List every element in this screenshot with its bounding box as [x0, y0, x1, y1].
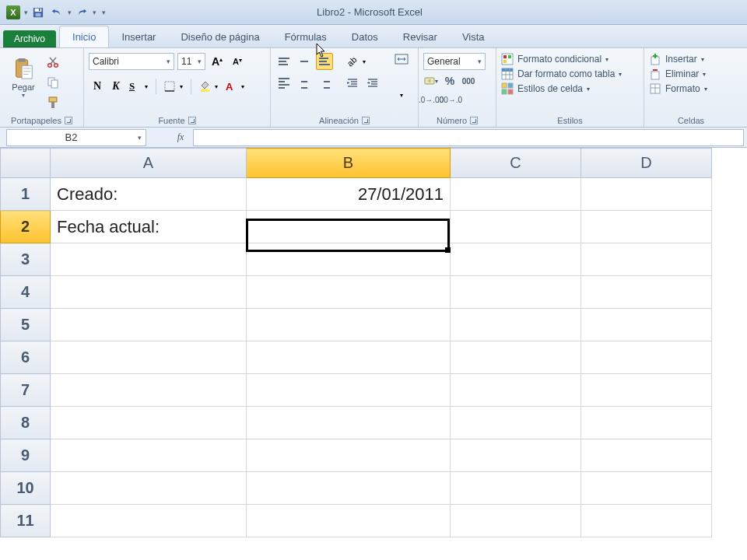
row-header-7[interactable]: 7 — [1, 374, 51, 407]
cell-D6[interactable] — [581, 341, 712, 374]
row-header-1[interactable]: 1 — [1, 178, 51, 211]
font-color-button[interactable]: A▾ — [223, 78, 247, 95]
cell-D10[interactable] — [581, 472, 712, 505]
cell-B5[interactable] — [247, 309, 451, 341]
cell-D9[interactable] — [581, 439, 712, 472]
cell-B2[interactable] — [247, 211, 451, 243]
grow-font-button[interactable]: A▴ — [209, 53, 226, 70]
fill-color-button[interactable]: ▾ — [196, 78, 221, 95]
font-dialog-launcher[interactable] — [188, 117, 196, 124]
cell-A9[interactable] — [51, 439, 247, 472]
cell-D1[interactable] — [581, 178, 712, 211]
cell-C10[interactable] — [451, 472, 581, 505]
font-size-combo[interactable]: 11▾ — [177, 53, 205, 70]
row-header-11[interactable]: 11 — [1, 505, 51, 537]
cell-B7[interactable] — [247, 374, 451, 407]
align-middle-button[interactable] — [296, 53, 313, 70]
tab-insertar[interactable]: Insertar — [109, 26, 168, 47]
cell-C2[interactable] — [451, 211, 581, 243]
save-button[interactable] — [30, 4, 47, 21]
cell-D8[interactable] — [581, 407, 712, 439]
row-header-10[interactable]: 10 — [1, 472, 51, 505]
cell-D4[interactable] — [581, 276, 712, 309]
align-center-button[interactable] — [296, 75, 313, 92]
redo-button[interactable] — [73, 4, 90, 21]
cell-D7[interactable] — [581, 374, 712, 407]
cell-A1[interactable]: Creado: — [51, 178, 247, 211]
cell-C8[interactable] — [451, 407, 581, 439]
cell-A8[interactable] — [51, 407, 247, 439]
tab-datos[interactable]: Datos — [339, 26, 391, 47]
cell-B8[interactable] — [247, 407, 451, 439]
decrease-indent-button[interactable] — [344, 75, 361, 92]
currency-button[interactable]: ▾ — [423, 73, 439, 89]
column-header-D[interactable]: D — [581, 149, 712, 178]
conditional-format-button[interactable]: Formato condicional▾ — [501, 53, 622, 65]
cell-A6[interactable] — [51, 341, 247, 374]
paste-button[interactable]: Pegar ▾ — [5, 53, 42, 100]
cell-A7[interactable] — [51, 374, 247, 407]
underline-button[interactable]: S▾ — [126, 78, 151, 95]
formula-input[interactable] — [193, 129, 744, 146]
clipboard-dialog-launcher[interactable] — [65, 117, 72, 124]
increase-indent-button[interactable] — [364, 75, 381, 92]
row-header-2[interactable]: 2 — [1, 211, 51, 243]
tab-revisar[interactable]: Revisar — [391, 26, 450, 47]
cell-B9[interactable] — [247, 439, 451, 472]
font-name-combo[interactable]: Calibri▾ — [89, 53, 174, 70]
tab-diseno[interactable]: Diseño de página — [168, 26, 272, 47]
cut-button[interactable] — [45, 54, 61, 70]
cell-C1[interactable] — [451, 178, 581, 211]
cell-A5[interactable] — [51, 309, 247, 341]
align-right-button[interactable] — [316, 75, 333, 92]
format-table-button[interactable]: Dar formato como tabla▾ — [501, 68, 622, 80]
tab-inicio[interactable]: Inicio — [59, 26, 109, 47]
cell-B4[interactable] — [247, 276, 451, 309]
cell-D2[interactable] — [581, 211, 712, 243]
cell-C6[interactable] — [451, 341, 581, 374]
cell-C4[interactable] — [451, 276, 581, 309]
italic-button[interactable]: K — [107, 78, 124, 95]
cell-A10[interactable] — [51, 472, 247, 505]
app-icon[interactable]: X — [5, 4, 22, 21]
number-format-combo[interactable]: General▾ — [423, 53, 486, 70]
cell-A3[interactable] — [51, 243, 247, 276]
cell-styles-button[interactable]: Estilos de celda▾ — [501, 82, 622, 95]
column-header-B[interactable]: B — [247, 149, 451, 178]
copy-button[interactable] — [45, 75, 61, 90]
cell-C3[interactable] — [451, 243, 581, 276]
align-top-button[interactable] — [275, 53, 293, 70]
format-cells-button[interactable]: Formato▾ — [649, 82, 707, 95]
cell-B11[interactable] — [247, 505, 451, 537]
align-left-button[interactable] — [275, 75, 293, 92]
format-painter-button[interactable] — [45, 95, 61, 110]
row-header-8[interactable]: 8 — [1, 407, 51, 439]
cell-C11[interactable] — [451, 505, 581, 537]
cell-A2[interactable]: Fecha actual: — [51, 211, 247, 243]
row-header-9[interactable]: 9 — [1, 439, 51, 472]
borders-button[interactable]: ▾ — [161, 78, 186, 95]
cell-A4[interactable] — [51, 276, 247, 309]
align-bottom-button[interactable] — [316, 53, 333, 70]
cell-D5[interactable] — [581, 309, 712, 341]
file-tab[interactable]: Archivo — [3, 30, 56, 47]
cell-B3[interactable] — [247, 243, 451, 276]
undo-dropdown[interactable]: ▾ — [67, 9, 72, 16]
align-dialog-launcher[interactable] — [362, 117, 370, 124]
number-dialog-launcher[interactable] — [470, 117, 478, 124]
cell-B10[interactable] — [247, 472, 451, 505]
tab-vista[interactable]: Vista — [450, 26, 497, 47]
cell-C7[interactable] — [451, 374, 581, 407]
insert-cells-button[interactable]: Insertar▾ — [649, 53, 707, 65]
undo-button[interactable] — [48, 4, 65, 21]
insert-function-button[interactable]: fx — [173, 131, 188, 145]
percent-button[interactable]: % — [442, 73, 458, 89]
column-header-C[interactable]: C — [451, 149, 581, 178]
cell-D3[interactable] — [581, 243, 712, 276]
row-header-5[interactable]: 5 — [1, 309, 51, 341]
shrink-font-button[interactable]: A▾ — [229, 53, 246, 70]
orientation-button[interactable]: ab▾ — [344, 53, 369, 70]
select-all-corner[interactable] — [1, 149, 51, 178]
merge-button[interactable]: ▾ — [389, 53, 414, 100]
cell-D11[interactable] — [581, 505, 712, 537]
